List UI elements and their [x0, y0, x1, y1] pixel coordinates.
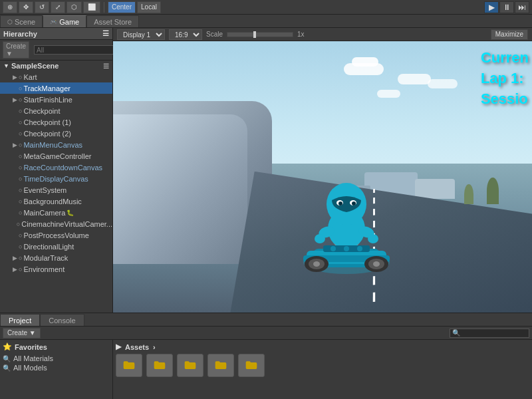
display-select[interactable]: Display 1: [117, 29, 165, 40]
kart-character: [287, 152, 406, 285]
hud-line-2: Lap 1:: [481, 68, 529, 89]
scene-canvas: Curren Lap 1: Sessio: [113, 41, 532, 313]
asset-folder-3[interactable]: [177, 354, 203, 377]
tree-item-metagamecontroller[interactable]: ○MetaGameController: [0, 150, 112, 162]
cloud-3: [398, 74, 431, 84]
tab-asset-store[interactable]: Asset Store: [86, 15, 139, 27]
tree-item-maincamera[interactable]: ○MainCamera🐛: [0, 207, 112, 218]
favorites-panel: ⭐ Favorites 🔍 All Materials 🔍 All Models: [0, 340, 113, 399]
bottom-tab-row: Project Console: [0, 313, 532, 327]
tree-item-eventsystem[interactable]: ○EventSystem: [0, 184, 112, 196]
play-button[interactable]: ▶: [484, 1, 499, 13]
maximize-button[interactable]: Maximize: [491, 29, 528, 40]
tab-scene[interactable]: ⬡ Scene: [0, 15, 43, 27]
toolbar-btn-5[interactable]: ⬡: [66, 1, 82, 13]
toolbar-btn-3[interactable]: ↺: [35, 1, 49, 13]
tree-item-environment[interactable]: ▶○Environment: [0, 263, 112, 275]
hierarchy-menu-icon[interactable]: ☰: [102, 29, 109, 38]
assets-panel: ▶ Assets ›: [113, 340, 532, 399]
assets-arrow-icon: ▶: [116, 342, 121, 351]
cloud-2: [352, 57, 378, 66]
bottom-toolbar: Create ▼: [0, 327, 532, 340]
search-icon-2: 🔍: [3, 364, 11, 372]
bottom-create-button[interactable]: Create ▼: [3, 328, 41, 338]
tree-item-checkpoint-1[interactable]: ○Checkpoint (1): [0, 116, 112, 128]
tab-project[interactable]: Project: [0, 314, 40, 326]
svg-point-14: [338, 201, 342, 205]
asset-folder-4[interactable]: [207, 354, 234, 377]
bottom-content: ⭐ Favorites 🔍 All Materials 🔍 All Models…: [0, 340, 532, 399]
toolbar-btn-6[interactable]: ⬜: [83, 1, 100, 13]
bottom-panel: Project Console Create ▼ ⭐ Favorites 🔍 A…: [0, 313, 532, 399]
hierarchy-search-input[interactable]: [34, 45, 124, 55]
svg-point-10: [368, 234, 378, 243]
game-toolbar: Display 1 16:9 Scale 1x Maximize: [113, 28, 532, 41]
scene-label: ▼ SampleScene ☰: [0, 61, 112, 71]
fav-item-materials[interactable]: 🔍 All Materials: [3, 354, 110, 363]
tab-console[interactable]: Console: [40, 314, 84, 326]
svg-point-21: [373, 261, 380, 267]
tree-item-startfinishline[interactable]: ▶○StartFinishLine: [0, 94, 112, 105]
svg-point-25: [357, 246, 362, 251]
pause-button[interactable]: ⏸: [499, 1, 514, 13]
assets-path-sep: ›: [153, 343, 156, 351]
game-view: Display 1 16:9 Scale 1x Maximize: [113, 28, 532, 313]
scale-bar[interactable]: [227, 32, 293, 37]
cloud-5: [428, 79, 458, 88]
asset-folder-2[interactable]: [146, 354, 173, 377]
svg-point-18: [313, 261, 320, 267]
tree-item-cinemachine[interactable]: ○CinemachineVirtualCamer...: [0, 218, 112, 229]
cloud-4: [377, 90, 400, 98]
bg-structure-2: [415, 179, 455, 199]
favorites-star-icon: ⭐: [3, 342, 12, 351]
svg-point-24: [344, 246, 349, 251]
toolbar-btn-1[interactable]: ⊕: [3, 1, 17, 13]
scene-tab-icon: ⬡: [7, 19, 13, 25]
svg-point-23: [331, 246, 336, 251]
assets-header: ▶ Assets ›: [116, 342, 529, 351]
tree-item-mainmenucanvas[interactable]: ▶○MainMenuCanvas: [0, 139, 112, 150]
hud-overlay: Curren Lap 1: Sessio: [481, 48, 529, 109]
scene-arrow[interactable]: ▼: [3, 63, 9, 69]
svg-point-9: [315, 234, 325, 243]
tree-item-timedisplaycanvas[interactable]: ○TimeDisplayCanvas: [0, 173, 112, 184]
tree-item-directionallight[interactable]: ○DirectionalLight: [0, 241, 112, 252]
main-layout: Hierarchy ☰ Create ▼ ▼ SampleScene ☰ ▶○K…: [0, 28, 532, 313]
toolbar-sep-1: [104, 2, 104, 13]
fav-item-models[interactable]: 🔍 All Models: [3, 363, 110, 372]
hierarchy-header: Hierarchy ☰: [0, 28, 112, 40]
bottom-search-input[interactable]: [450, 329, 529, 338]
tree-1: [487, 178, 499, 204]
hud-line-3: Sessio: [481, 89, 529, 110]
svg-point-15: [352, 201, 356, 205]
asset-folder-5[interactable]: [238, 354, 265, 377]
scale-label: Scale: [206, 31, 223, 38]
tree-2: [464, 184, 473, 204]
hierarchy-tree: ▶○Kart ○TrackManager ▶○StartFinishLine ○…: [0, 71, 112, 313]
tab-game[interactable]: 🎮 Game: [43, 15, 86, 27]
play-group: ▶ ⏸ ⏭: [484, 1, 529, 13]
tree-item-backgroundmusic[interactable]: ○BackgroundMusic: [0, 196, 112, 207]
top-toolbar: ⊕ ✥ ↺ ⤢ ⬡ ⬜ Center Local ▶ ⏸ ⏭: [0, 0, 532, 15]
scale-knob[interactable]: [253, 31, 256, 38]
game-tab-icon: 🎮: [50, 19, 57, 25]
aspect-select[interactable]: 16:9: [169, 29, 202, 40]
left-barrier-inner: [113, 114, 247, 263]
favorites-header: ⭐ Favorites: [3, 342, 110, 351]
tree-item-trackmanager[interactable]: ○TrackManager: [0, 82, 112, 94]
tree-item-racecountdowncanvas[interactable]: ○RaceCountdownCanvas: [0, 162, 112, 173]
tree-item-postprocess[interactable]: ○PostProcessVolume: [0, 229, 112, 241]
center-button[interactable]: Center: [108, 1, 136, 13]
tree-item-checkpoint[interactable]: ○Checkpoint: [0, 105, 112, 116]
step-button[interactable]: ⏭: [515, 1, 529, 13]
tree-item-modulartrack[interactable]: ▶○ModularTrack: [0, 252, 112, 263]
assets-grid: [116, 354, 529, 377]
tree-item-kart[interactable]: ▶○Kart: [0, 71, 112, 82]
toolbar-btn-4[interactable]: ⤢: [51, 1, 65, 13]
scene-menu-icon[interactable]: ☰: [103, 63, 109, 70]
tree-item-checkpoint-2[interactable]: ○Checkpoint (2): [0, 128, 112, 139]
asset-folder-1[interactable]: [116, 354, 142, 377]
toolbar-btn-2[interactable]: ✥: [19, 1, 33, 13]
create-dropdown[interactable]: Create ▼: [3, 41, 29, 59]
local-button[interactable]: Local: [137, 1, 161, 13]
